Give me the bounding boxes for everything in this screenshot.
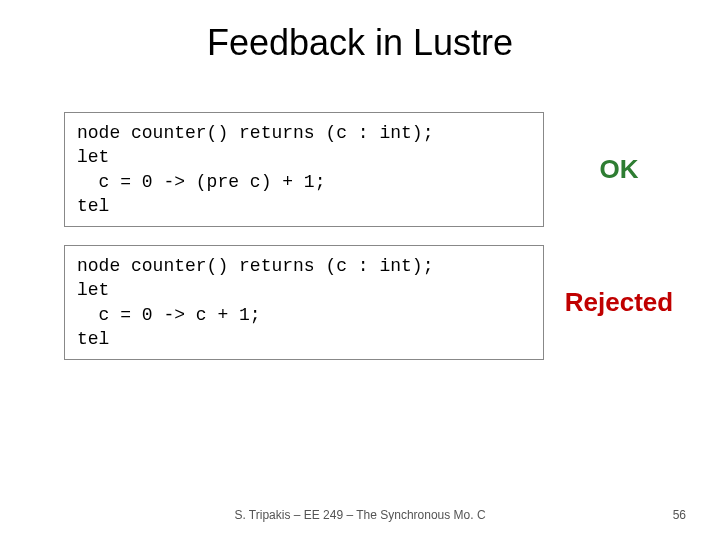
footer-text: S. Tripakis – EE 249 – The Synchronous M… [0, 508, 720, 522]
code-block: node counter() returns (c : int); let c … [64, 112, 544, 227]
page-number: 56 [673, 508, 686, 522]
status-label-rejected: Rejected [562, 287, 676, 318]
example-row: node counter() returns (c : int); let c … [64, 245, 676, 360]
page-title: Feedback in Lustre [0, 22, 720, 64]
status-label-ok: OK [562, 154, 676, 185]
examples-container: node counter() returns (c : int); let c … [0, 112, 720, 360]
code-block: node counter() returns (c : int); let c … [64, 245, 544, 360]
example-row: node counter() returns (c : int); let c … [64, 112, 676, 227]
